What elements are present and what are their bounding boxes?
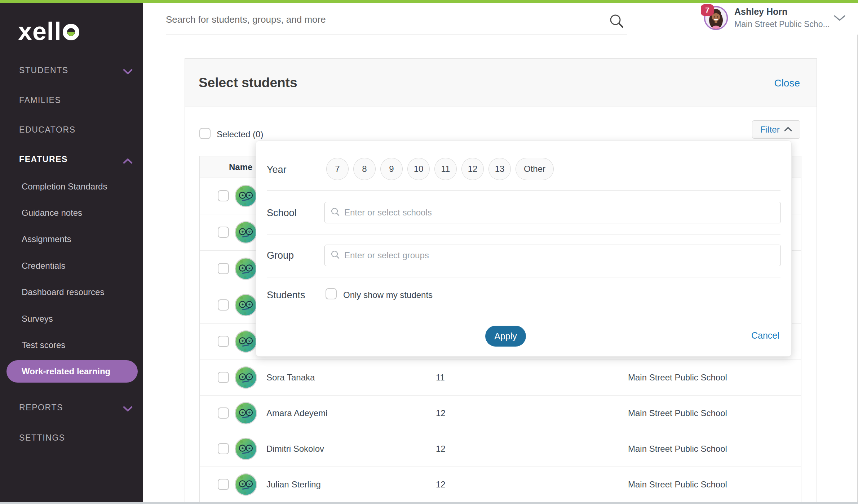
sidebar-item-completion-standards[interactable]: Completion Standards	[0, 180, 143, 193]
student-avatar	[234, 402, 257, 425]
student-avatar	[234, 221, 257, 244]
sidebar-item-label: Work-related learning	[22, 366, 110, 376]
row-checkbox[interactable]	[218, 336, 229, 347]
logo-o-icon	[63, 24, 79, 40]
sidebar-item-guidance-notes[interactable]: Guidance notes	[0, 207, 143, 219]
student-name: Julian Sterling	[266, 480, 321, 490]
student-year: 11	[436, 373, 445, 383]
sidebar-item-reports[interactable]: REPORTS	[0, 401, 143, 414]
sidebar-item-surveys[interactable]: Surveys	[0, 313, 143, 325]
filter-button[interactable]: Filter	[752, 120, 800, 139]
student-school: Main Street Public School	[628, 444, 727, 454]
only-my-students-checkbox[interactable]	[326, 288, 337, 299]
user-organization: Main Street Public Scho...	[734, 19, 830, 29]
search-icon	[331, 250, 340, 261]
student-name: Sora Tanaka	[266, 373, 315, 383]
student-avatar	[234, 366, 257, 389]
divider	[267, 277, 780, 277]
user-name: Ashley Horn	[734, 6, 787, 17]
sidebar-item-families[interactable]: FAMILIES	[0, 94, 143, 106]
sidebar-item-settings[interactable]: SETTINGS	[0, 432, 143, 444]
notification-badge[interactable]: 7	[701, 4, 714, 16]
close-button[interactable]: Close	[774, 77, 800, 89]
only-my-students-label: Only show my students	[343, 290, 433, 300]
student-school: Main Street Public School	[628, 480, 727, 490]
sidebar-item-features[interactable]: FEATURES	[0, 153, 143, 165]
selected-count-label: Selected (0)	[217, 129, 263, 139]
divider	[267, 235, 780, 235]
student-avatar	[234, 473, 257, 496]
search-placeholder: Search for students, groups, and more	[166, 14, 326, 25]
sidebar-item-label: SETTINGS	[19, 433, 65, 443]
school-filter-input[interactable]: Enter or select schools	[324, 202, 781, 223]
xello-logo[interactable]: xell	[18, 19, 79, 44]
year-option-9[interactable]: 9	[380, 158, 403, 180]
sidebar-item-dashboard-resources[interactable]: Dashboard resources	[0, 286, 143, 298]
global-search-input[interactable]: Search for students, groups, and more	[166, 4, 627, 35]
row-checkbox[interactable]	[218, 263, 229, 274]
student-avatar	[234, 257, 257, 280]
sidebar-item-label: Credentials	[22, 261, 65, 271]
student-avatar	[234, 330, 257, 353]
chevron-up-icon	[784, 126, 792, 133]
table-row-amara-adeyemi[interactable]: Amara Adeyemi 12 Main Street Public Scho…	[200, 396, 801, 431]
row-checkbox[interactable]	[218, 479, 229, 490]
divider	[267, 190, 780, 191]
modal-header: Select students Close	[185, 59, 817, 107]
table-row-julian-sterling[interactable]: Julian Sterling 12 Main Street Public Sc…	[200, 467, 801, 503]
student-school: Main Street Public School	[628, 373, 727, 383]
sidebar-item-label: Completion Standards	[22, 182, 107, 192]
row-checkbox[interactable]	[218, 227, 229, 238]
sidebar-item-label: FAMILIES	[19, 95, 61, 105]
column-header-name: Name	[229, 162, 252, 172]
logo-text: xell	[18, 19, 62, 44]
select-all-checkbox[interactable]	[199, 128, 211, 139]
year-filter-label: Year	[267, 164, 287, 175]
sidebar-item-assignments[interactable]: Assignments	[0, 233, 143, 245]
chevron-down-icon	[123, 405, 133, 414]
student-year: 12	[436, 408, 446, 418]
student-avatar	[234, 294, 257, 317]
user-menu-chevron-down-icon[interactable]	[833, 14, 846, 23]
sidebar-item-work-related-learning-active[interactable]: Work-related learning	[6, 360, 138, 383]
sidebar-item-educators[interactable]: EDUCATORS	[0, 124, 143, 136]
sidebar-item-label: Dashboard resources	[22, 287, 104, 297]
search-icon[interactable]	[609, 13, 624, 29]
sidebar-item-label: FEATURES	[19, 155, 68, 164]
horizontal-scrollbar[interactable]	[0, 502, 858, 504]
chevron-down-icon	[123, 67, 133, 77]
student-school: Main Street Public School	[628, 408, 727, 418]
group-input-placeholder: Enter or select groups	[344, 250, 429, 260]
sidebar-item-credentials[interactable]: Credentials	[0, 260, 143, 272]
search-icon	[331, 207, 340, 218]
year-option-10[interactable]: 10	[407, 158, 430, 180]
group-filter-input[interactable]: Enter or select groups	[324, 245, 781, 266]
row-checkbox[interactable]	[218, 372, 229, 383]
student-year: 12	[436, 444, 446, 454]
apply-button[interactable]: Apply	[485, 326, 526, 347]
row-checkbox[interactable]	[218, 443, 229, 454]
row-checkbox[interactable]	[218, 190, 229, 201]
year-option-7[interactable]: 7	[326, 158, 349, 180]
year-options: 7 8 9 10 11 12 13 Other	[326, 158, 554, 180]
table-row-dimitri-sokolov[interactable]: Dimitri Sokolov 12 Main Street Public Sc…	[200, 431, 801, 467]
sidebar-item-label: Assignments	[22, 234, 71, 244]
row-checkbox[interactable]	[218, 407, 229, 419]
row-checkbox[interactable]	[218, 299, 229, 311]
sidebar-item-students[interactable]: STUDENTS	[0, 64, 143, 76]
school-input-placeholder: Enter or select schools	[344, 208, 432, 218]
sidebar-item-label: STUDENTS	[19, 66, 68, 75]
table-row-sora-tanaka[interactable]: Sora Tanaka 11 Main Street Public School	[200, 360, 801, 396]
cancel-button[interactable]: Cancel	[751, 330, 779, 341]
year-option-13[interactable]: 13	[488, 158, 511, 180]
year-option-11[interactable]: 11	[434, 158, 457, 180]
year-option-8[interactable]: 8	[353, 158, 376, 180]
year-option-other[interactable]: Other	[516, 158, 554, 180]
year-option-12[interactable]: 12	[461, 158, 484, 180]
sidebar-item-test-scores[interactable]: Test scores	[0, 339, 143, 351]
modal-title: Select students	[199, 75, 297, 90]
sidebar: xell STUDENTS FAMILIES EDUCATORS FEATURE…	[0, 3, 143, 502]
student-year: 12	[436, 480, 446, 490]
filter-button-label: Filter	[760, 125, 779, 135]
chevron-up-icon	[123, 156, 133, 166]
